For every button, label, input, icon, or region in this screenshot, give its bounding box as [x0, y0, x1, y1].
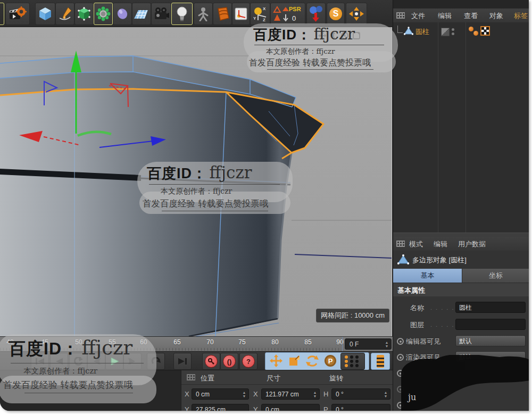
watermark-title: 百度ID：: [9, 339, 79, 358]
editor-visible-radio[interactable]: [397, 338, 404, 345]
tab-basic[interactable]: 基本: [393, 269, 462, 283]
subdivision-surface-button[interactable]: [94, 3, 113, 25]
floor-button[interactable]: [132, 3, 151, 25]
size-y-field[interactable]: 0 cm: [261, 404, 320, 411]
phong-tag-dot2[interactable]: [473, 31, 478, 36]
name-field[interactable]: 圆柱: [455, 302, 526, 313]
range-end-marker[interactable]: [342, 337, 343, 352]
deformer-icon: [215, 6, 230, 21]
rotation-header: 旋转: [329, 374, 343, 383]
character-figure-icon: [196, 6, 210, 21]
size-x-field[interactable]: 121.977 cm ▲▼: [261, 388, 320, 400]
move-tool-icon: [270, 354, 282, 367]
pos-x-spinner[interactable]: ▲▼: [242, 391, 246, 398]
panel-grip-icon[interactable]: [187, 374, 195, 380]
c4d-window: X Y Z PSR 0 S: [0, 0, 529, 411]
om-menu-file[interactable]: 文件: [411, 11, 425, 21]
floor-icon: [134, 7, 149, 21]
rot-h-label: H: [323, 390, 328, 398]
watermark-id: ffjczr: [209, 163, 252, 182]
help-icon: ?: [242, 355, 255, 368]
snap-settings-button[interactable]: [340, 353, 365, 370]
coord-system-icon: P: [325, 355, 336, 367]
watermark-id: ffjczr: [313, 24, 355, 43]
am-menu-mode[interactable]: 模式: [409, 239, 423, 249]
size-y-value: 0 cm: [265, 406, 279, 411]
svg-text:X: X: [263, 6, 266, 11]
am-menu-edit[interactable]: 编辑: [434, 239, 447, 249]
clipped-tool-button[interactable]: [0, 3, 4, 25]
phong-tag-dot[interactable]: [469, 27, 473, 31]
goto-end-button[interactable]: [173, 353, 192, 370]
add-cube-button[interactable]: [35, 3, 55, 25]
size-x-spinner[interactable]: ▲▼: [313, 391, 317, 398]
character-button[interactable]: [194, 3, 213, 25]
section-title: 基本属性: [397, 286, 425, 295]
metaball-button[interactable]: [113, 3, 132, 25]
watermark-title: 百度ID：: [147, 165, 207, 181]
watermark-notice: 首发百度经验 转载要点赞投票哦: [249, 57, 371, 69]
pos-y-field[interactable]: 27.825 cm: [192, 404, 249, 411]
object-name[interactable]: 圆柱: [415, 27, 429, 37]
layer-swatch[interactable]: [441, 28, 450, 36]
watermark-author: 本文原创作者：ffjczr: [23, 366, 97, 376]
am-menu-userdata[interactable]: 用户数据: [458, 239, 486, 249]
render-settings-button[interactable]: [5, 3, 30, 25]
om-menu-view[interactable]: 查看: [464, 11, 478, 21]
light-bulb-icon: [175, 6, 189, 22]
rot-h-spinner[interactable]: ▲▼: [384, 391, 388, 398]
watermark-title: 百度ID：: [253, 27, 311, 43]
size-header: 尺寸: [267, 374, 280, 383]
render-visibility-dot[interactable]: [452, 32, 454, 35]
rot-p-label: P: [323, 405, 328, 411]
deformer-button[interactable]: [213, 3, 232, 25]
watermark-top-right: 百度ID： ffjczr 本文原创作者：ffjczr 首发百度经验 转载要点赞投…: [244, 19, 398, 73]
rot-p-field[interactable]: 0 °: [331, 404, 390, 411]
rot-h-field[interactable]: 0 ° ▲▼: [331, 388, 390, 400]
object-title: 多边形对象 [圆柱]: [412, 255, 467, 265]
pos-x-label: X: [185, 390, 189, 398]
make-editable-button[interactable]: [74, 3, 94, 25]
om-menu-edit[interactable]: 编辑: [438, 11, 452, 21]
position-header: 位置: [201, 374, 214, 383]
light-button[interactable]: [171, 3, 193, 25]
pos-x-field[interactable]: 0 cm ▲▼: [192, 388, 249, 400]
section-header[interactable]: 基本属性: [393, 283, 529, 297]
scale-tool-button[interactable]: [286, 353, 303, 368]
watermark-notice: 首发百度经验 转载要点赞投票哦: [3, 379, 132, 391]
object-list[interactable]: 圆柱: [393, 22, 529, 233]
editor-visible-dropdown[interactable]: 默认: [455, 335, 526, 346]
spline-pen-button[interactable]: [55, 3, 74, 25]
editor-visible-label: 编辑器可见: [406, 337, 440, 346]
menu-grip-icon[interactable]: [396, 241, 405, 247]
leader-dots: . . . . .: [430, 321, 455, 328]
tab-coordinates[interactable]: 坐标: [462, 269, 529, 283]
record-key-button[interactable]: [202, 353, 220, 370]
move-tool-button[interactable]: [268, 353, 285, 368]
name-label: 名称: [410, 303, 424, 313]
rotate-tool-button[interactable]: [304, 353, 321, 368]
coord-system-button[interactable]: P: [322, 353, 339, 368]
obscuring-blob: [398, 355, 529, 411]
psr-label: PSR: [289, 6, 301, 12]
texture-tag-icon[interactable]: [480, 26, 490, 36]
layer-field[interactable]: [455, 319, 526, 330]
rotate-tool-icon: [306, 354, 319, 367]
menu-grip-icon[interactable]: [396, 12, 405, 19]
current-frame-field[interactable]: 0 F ▲▼: [345, 338, 392, 350]
editor-visibility-dot[interactable]: [452, 28, 454, 31]
watermark-notice: 首发百度经验 转载要点赞投票哦: [143, 198, 268, 210]
pos-y-value: 27.825 cm: [196, 406, 226, 411]
autokey-button[interactable]: (): [220, 353, 238, 370]
om-menu-object[interactable]: 对象: [489, 11, 503, 21]
render-clapper-icon: [9, 5, 27, 22]
attribute-fields: 名称 . . . . . 圆柱 图层 . . . . . 编辑器可见 默认 渲染…: [393, 296, 529, 411]
camera-button[interactable]: [151, 3, 171, 25]
frame-value: 0 F: [350, 341, 359, 348]
help-button[interactable]: ?: [239, 353, 257, 370]
om-menu-tags[interactable]: 标签: [514, 11, 528, 21]
snap-dots-icon: [344, 355, 362, 368]
frame-spinner[interactable]: ▲▼: [385, 341, 389, 348]
size-x-value: 121.977 cm: [265, 391, 299, 398]
render-strip-button[interactable]: [371, 353, 390, 370]
